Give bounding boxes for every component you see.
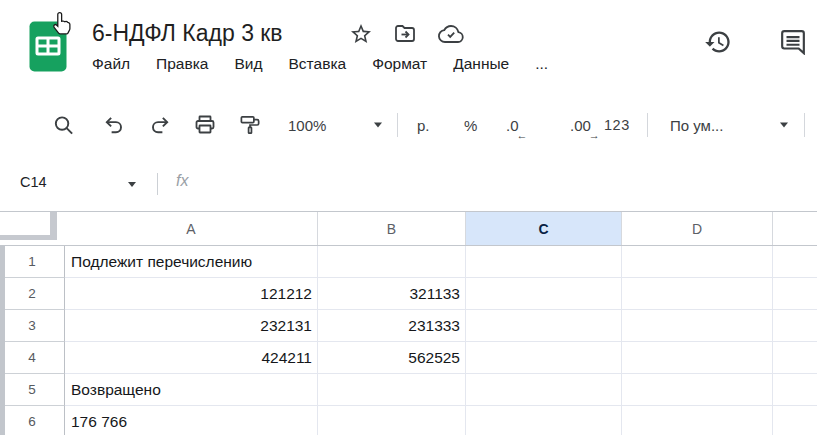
fx-icon: fx xyxy=(176,172,188,190)
cell-A4[interactable]: 424211 xyxy=(65,342,318,374)
table-row: 4 424211 562525 xyxy=(0,342,817,374)
cell-D1[interactable] xyxy=(622,246,773,278)
version-history-icon[interactable] xyxy=(704,28,732,56)
increase-decimals-label: .00 xyxy=(570,117,591,134)
formula-bar: C14 fx xyxy=(0,160,817,211)
redo-icon[interactable] xyxy=(148,114,171,137)
cell-B3[interactable]: 231333 xyxy=(318,310,466,342)
cell-C3[interactable] xyxy=(466,310,622,342)
cell-B2[interactable]: 321133 xyxy=(318,278,466,310)
cell-B5[interactable] xyxy=(318,374,466,406)
row-header-5[interactable]: 5 xyxy=(0,374,65,406)
menu-edit[interactable]: Правка xyxy=(156,55,208,73)
cell-A2[interactable]: 121212 xyxy=(65,278,318,310)
formula-bar-divider xyxy=(157,173,158,195)
undo-icon[interactable] xyxy=(103,114,126,137)
menu-insert[interactable]: Вставка xyxy=(289,55,347,73)
table-row: 1 Подлежит перечислению xyxy=(0,246,817,278)
more-number-formats-button[interactable]: 123 xyxy=(604,117,630,133)
toolbar-divider xyxy=(397,113,398,137)
cell-C1[interactable] xyxy=(466,246,622,278)
spreadsheet-grid: A B C D 1 Подлежит перечислению 2 121212… xyxy=(0,211,817,435)
cell-C6[interactable] xyxy=(466,406,622,435)
menu-format[interactable]: Формат xyxy=(372,55,427,73)
chevron-down-icon xyxy=(780,123,788,128)
select-all-corner[interactable] xyxy=(0,212,65,246)
decrease-decimals-button[interactable]: .0← xyxy=(506,117,519,134)
cell-C4[interactable] xyxy=(466,342,622,374)
column-header-d[interactable]: D xyxy=(622,212,773,245)
row-header-3[interactable]: 3 xyxy=(0,310,65,342)
menu-more[interactable]: ... xyxy=(535,55,548,73)
cell-B1[interactable] xyxy=(318,246,466,278)
google-sheets-app: 6-НДФЛ Кадр 3 кв xyxy=(0,0,817,435)
arrow-right-icon: → xyxy=(589,129,600,141)
row-header-6[interactable]: 6 xyxy=(0,406,65,435)
table-row: 2 121212 321133 xyxy=(0,278,817,310)
cell-A1[interactable]: Подлежит перечислению xyxy=(65,246,318,278)
cloud-saved-icon[interactable] xyxy=(437,22,465,46)
menu-view[interactable]: Вид xyxy=(234,55,262,73)
cell-A6[interactable]: 176 766 xyxy=(65,406,318,435)
zoom-select[interactable]: 100% xyxy=(288,117,382,134)
cell-E3[interactable] xyxy=(773,310,817,342)
select-all-corner-box xyxy=(0,212,57,240)
grid-body: 1 Подлежит перечислению 2 121212 321133 … xyxy=(0,246,817,435)
percent-format-button[interactable]: % xyxy=(464,117,477,134)
zoom-value: 100% xyxy=(288,117,326,134)
print-icon[interactable] xyxy=(193,113,217,137)
document-title[interactable]: 6-НДФЛ Кадр 3 кв xyxy=(92,20,283,47)
menu-file[interactable]: Файл xyxy=(92,55,130,73)
left-edge-strip xyxy=(0,246,5,435)
toolbar: 100% р. % .0← .00→ 123 По ум... xyxy=(0,100,817,150)
menu-data[interactable]: Данные xyxy=(453,55,509,73)
row-header-2[interactable]: 2 xyxy=(0,278,65,310)
comments-icon[interactable] xyxy=(780,29,806,55)
toolbar-divider xyxy=(804,113,805,137)
column-header-b[interactable]: B xyxy=(318,212,466,245)
cell-E5[interactable] xyxy=(773,374,817,406)
column-header-a[interactable]: A xyxy=(65,212,318,245)
menu-bar: Файл Правка Вид Вставка Формат Данные ..… xyxy=(92,55,548,73)
cell-C2[interactable] xyxy=(466,278,622,310)
column-header-c-selected[interactable]: C xyxy=(466,212,622,245)
star-icon[interactable] xyxy=(349,22,373,46)
cell-D4[interactable] xyxy=(622,342,773,374)
cell-E2[interactable] xyxy=(773,278,817,310)
cell-C5[interactable] xyxy=(466,374,622,406)
name-box[interactable]: C14 xyxy=(20,174,47,190)
table-row: 6 176 766 xyxy=(0,406,817,435)
mouse-hand-cursor xyxy=(51,11,73,37)
move-folder-icon[interactable] xyxy=(392,22,418,46)
cell-A3[interactable]: 232131 xyxy=(65,310,318,342)
cell-D3[interactable] xyxy=(622,310,773,342)
row-header-4[interactable]: 4 xyxy=(0,342,65,374)
increase-decimals-button[interactable]: .00→ xyxy=(570,117,591,134)
currency-format-button[interactable]: р. xyxy=(417,117,430,134)
chevron-down-icon[interactable] xyxy=(128,182,136,187)
font-name: По ум... xyxy=(670,117,723,134)
cell-D5[interactable] xyxy=(622,374,773,406)
column-headers: A B C D xyxy=(65,212,817,246)
chevron-down-icon xyxy=(374,123,382,128)
search-icon[interactable] xyxy=(52,114,75,137)
column-header-e[interactable] xyxy=(773,212,817,245)
table-row: 5 Возвращено xyxy=(0,374,817,406)
cell-E6[interactable] xyxy=(773,406,817,435)
cell-D2[interactable] xyxy=(622,278,773,310)
cell-D6[interactable] xyxy=(622,406,773,435)
toolbar-divider xyxy=(647,113,648,137)
arrow-left-icon: ← xyxy=(517,129,528,141)
cell-E1[interactable] xyxy=(773,246,817,278)
cell-B4[interactable]: 562525 xyxy=(318,342,466,374)
cell-E4[interactable] xyxy=(773,342,817,374)
cell-B6[interactable] xyxy=(318,406,466,435)
font-select[interactable]: По ум... xyxy=(670,117,788,134)
table-row: 3 232131 231333 xyxy=(0,310,817,342)
row-header-1[interactable]: 1 xyxy=(0,246,65,278)
cell-A5[interactable]: Возвращено xyxy=(65,374,318,406)
paint-format-icon[interactable] xyxy=(239,114,262,137)
